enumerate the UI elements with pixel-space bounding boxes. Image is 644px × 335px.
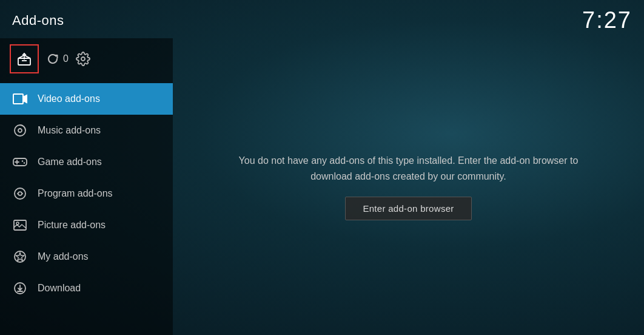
refresh-icon	[46, 52, 59, 66]
svg-point-3	[18, 129, 22, 132]
music-icon	[12, 123, 28, 138]
video-icon	[12, 91, 28, 107]
sidebar-item-game-addons-label: Game add-ons	[38, 157, 161, 168]
page-title: Add-ons	[12, 13, 64, 29]
header: Add-ons 7:27	[0, 0, 644, 38]
empty-message: You do not have any add-ons of this type…	[233, 153, 585, 184]
svg-point-9	[15, 188, 25, 199]
addon-box-icon	[16, 51, 32, 67]
sidebar-item-video-addons[interactable]: Video add-ons	[0, 83, 173, 115]
svg-rect-1	[13, 94, 23, 104]
sidebar-item-program-addons[interactable]: Program add-ons	[0, 178, 173, 209]
clock: 7:27	[582, 7, 632, 33]
sidebar-item-download[interactable]: Download	[0, 272, 173, 304]
sidebar-item-download-label: Download	[38, 283, 161, 294]
picture-icon	[12, 217, 28, 233]
content-area: You do not have any add-ons of this type…	[173, 38, 644, 335]
refresh-count: 0	[63, 53, 69, 64]
my-addons-icon	[12, 249, 28, 265]
download-icon	[12, 280, 28, 296]
refresh-area[interactable]: 0	[46, 52, 69, 66]
sidebar-item-game-addons[interactable]: Game add-ons	[0, 146, 173, 178]
app-container: Add-ons 7:27	[0, 0, 644, 335]
sidebar-item-picture-addons[interactable]: Picture add-ons	[0, 209, 173, 241]
enter-addon-browser-button[interactable]: Enter add-on browser	[345, 197, 471, 220]
addon-box-button[interactable]	[10, 44, 39, 73]
program-icon	[12, 186, 28, 201]
sidebar-item-music-addons-label: Music add-ons	[38, 125, 161, 136]
sidebar-item-program-addons-label: Program add-ons	[38, 188, 161, 199]
sidebar: 0 Video add-ons	[0, 38, 173, 335]
sidebar-item-my-addons-label: My add-ons	[38, 251, 161, 262]
sidebar-item-music-addons[interactable]: Music add-ons	[0, 115, 173, 146]
toolbar-row: 0	[0, 38, 173, 83]
sidebar-item-my-addons[interactable]: My add-ons	[0, 241, 173, 272]
game-icon	[12, 154, 28, 170]
sidebar-item-video-addons-label: Video add-ons	[38, 93, 161, 104]
svg-point-8	[24, 162, 25, 163]
settings-button[interactable]	[76, 52, 90, 66]
sidebar-item-picture-addons-label: Picture add-ons	[38, 220, 161, 231]
svg-point-7	[22, 160, 23, 161]
main-layout: 0 Video add-ons	[0, 38, 644, 335]
